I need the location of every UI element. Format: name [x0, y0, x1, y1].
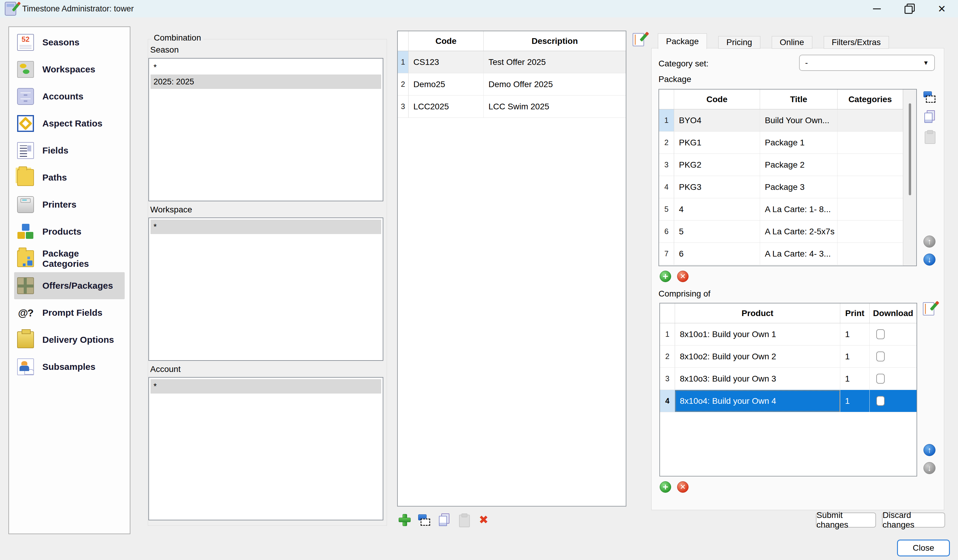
edit-comprising-icon[interactable]: [923, 302, 934, 316]
sidebar-item-label: Paths: [42, 173, 67, 182]
sidebar-item-label: Prompt Fields: [42, 308, 102, 318]
chevron-down-icon: ▼: [923, 59, 929, 67]
move-down-icon[interactable]: [923, 254, 936, 266]
copy-icon[interactable]: [923, 110, 936, 123]
sidebar-item[interactable]: Products: [14, 218, 125, 245]
package-table-scrollbar[interactable]: [903, 89, 916, 266]
sidebar-item[interactable]: Prompt Fields: [14, 299, 125, 326]
package-table-row[interactable]: 4 PKG3 Package 3: [659, 176, 903, 198]
sidebar-item[interactable]: Paths: [14, 164, 125, 191]
duplicate-icon[interactable]: [418, 513, 430, 526]
package-table-row[interactable]: 1 BYO4 Build Your Own...: [659, 109, 903, 132]
minimize-button[interactable]: [861, 0, 893, 17]
offer-description-cell: Test Offer 2025: [484, 51, 626, 73]
package-table-header: Code Title Categories: [659, 89, 903, 109]
close-w-button[interactable]: [926, 0, 958, 17]
download-checkbox[interactable]: [876, 352, 885, 362]
sidebar-item[interactable]: Accounts: [14, 83, 125, 110]
comprising-gutter-header: [660, 303, 675, 323]
duplicate-icon[interactable]: [923, 90, 936, 103]
category-set-label: Category set:: [658, 59, 709, 68]
offers-description-header[interactable]: Description: [484, 31, 626, 51]
subsamples-icon: [17, 359, 34, 375]
package-categories-cell: [837, 109, 903, 131]
comprising-table-row[interactable]: 4 8x10o4: Build your Own 4 1: [660, 390, 917, 412]
comprising-table-row[interactable]: 3 8x10o3: Build your Own 3 1: [660, 368, 917, 390]
comprising-table-row[interactable]: 2 8x10o2: Build your Own 2 1: [660, 346, 917, 368]
add-icon[interactable]: [398, 513, 410, 526]
comprising-section-label: Comprising of: [658, 289, 711, 298]
sidebar-item[interactable]: Package Categories: [14, 245, 125, 272]
download-checkbox[interactable]: [876, 396, 885, 406]
comprising-product-header[interactable]: Product: [675, 303, 840, 323]
copy-icon[interactable]: [438, 513, 450, 526]
package-title-header[interactable]: Title: [760, 89, 837, 109]
paste-icon[interactable]: [923, 130, 936, 143]
submit-changes-button[interactable]: Submit changes: [816, 512, 876, 528]
move-down-icon[interactable]: [923, 462, 936, 474]
delete-product-button[interactable]: [677, 481, 688, 493]
package-table-row[interactable]: 7 6 A La Carte: 4- 3...: [659, 243, 903, 265]
maximize-button[interactable]: [893, 0, 926, 17]
comprising-download-header[interactable]: Download: [870, 303, 917, 323]
tab[interactable]: Pricing: [718, 36, 760, 49]
sidebar-item-label: Package Categories: [42, 249, 125, 269]
delete-icon[interactable]: [477, 513, 490, 526]
close-button[interactable]: Close: [897, 539, 950, 557]
tab-bar: PackagePricingOnlineFilters/Extras: [658, 36, 889, 49]
package-table-row[interactable]: 6 5 A La Carte: 2-5x7s: [659, 221, 903, 243]
sidebar-item[interactable]: Fields: [14, 137, 125, 164]
download-checkbox[interactable]: [876, 329, 885, 339]
delete-package-button[interactable]: [677, 271, 688, 282]
row-number: 3: [660, 368, 675, 390]
offers-table: Code Description 1 CS123 Test Offer 2025…: [397, 31, 627, 506]
comprising-download-cell: [870, 390, 917, 412]
tab[interactable]: Package: [658, 33, 707, 49]
account-listbox: *: [148, 377, 383, 520]
move-up-icon[interactable]: [923, 444, 936, 456]
scrollbar-thumb[interactable]: [909, 103, 911, 195]
paste-icon[interactable]: [458, 513, 470, 526]
offers-table-row[interactable]: 1 CS123 Test Offer 2025: [398, 51, 626, 73]
comprising-table-row[interactable]: 1 8x10o1: Build your Own 1 1: [660, 323, 917, 346]
offers-table-row[interactable]: 2 Demo25 Demo Offer 2025: [398, 73, 626, 95]
row-number: 6: [659, 221, 674, 243]
offer-description-cell: LCC Swim 2025: [484, 95, 626, 117]
tab[interactable]: Online: [772, 36, 812, 49]
sidebar-item[interactable]: Printers: [14, 191, 125, 218]
package-title-cell: Package 1: [760, 132, 837, 154]
category-set-dropdown[interactable]: - ▼: [799, 55, 935, 71]
sidebar-item[interactable]: Aspect Ratios: [14, 110, 125, 137]
row-number: 4: [660, 390, 675, 412]
tab[interactable]: Filters/Extras: [824, 36, 889, 49]
download-checkbox[interactable]: [876, 374, 885, 384]
season-list-item[interactable]: *: [151, 60, 381, 75]
package-table-row[interactable]: 3 PKG2 Package 2: [659, 154, 903, 176]
add-package-button[interactable]: [660, 271, 671, 282]
workspace-list-item[interactable]: *: [151, 220, 381, 234]
prompt-fields-icon: [17, 305, 34, 321]
add-product-button[interactable]: [660, 481, 671, 493]
edit-offers-icon[interactable]: [633, 33, 644, 46]
season-list-item[interactable]: 2025: 2025: [151, 75, 381, 89]
row-number: 2: [660, 346, 675, 367]
offers-code-header[interactable]: Code: [409, 31, 484, 51]
package-table-row[interactable]: 5 4 A La Carte: 1- 8...: [659, 198, 903, 221]
sidebar-item[interactable]: Offers/Packages: [14, 272, 125, 299]
account-label: Account: [150, 365, 181, 374]
workspace-listbox: *: [148, 217, 383, 361]
move-up-icon[interactable]: [923, 236, 936, 247]
discard-changes-button[interactable]: Discard changes: [882, 512, 945, 528]
sidebar-item[interactable]: Seasons: [14, 29, 125, 56]
sidebar-item[interactable]: Subsamples: [14, 353, 125, 380]
comprising-download-cell: [870, 346, 917, 367]
sidebar-item[interactable]: Workspaces: [14, 56, 125, 83]
package-code-header[interactable]: Code: [674, 89, 760, 109]
package-section-label: Package: [658, 75, 691, 84]
package-table-row[interactable]: 2 PKG1 Package 1: [659, 132, 903, 154]
package-categories-header[interactable]: Categories: [837, 89, 903, 109]
offers-table-row[interactable]: 3 LCC2025 LCC Swim 2025: [398, 95, 626, 118]
comprising-print-header[interactable]: Print: [840, 303, 870, 323]
account-list-item[interactable]: *: [151, 379, 381, 393]
sidebar-item[interactable]: Delivery Options: [14, 326, 125, 353]
